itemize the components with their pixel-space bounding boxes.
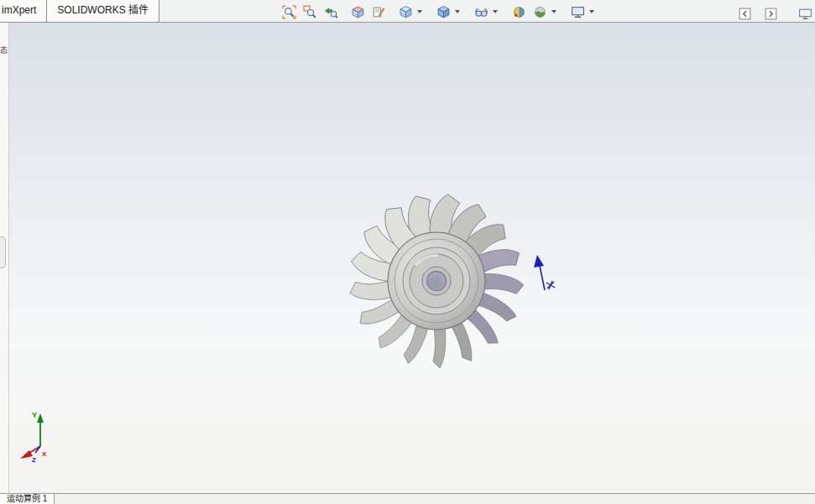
annotation-arrow [516,220,567,304]
tab-solidworks-addins[interactable]: SOLIDWORKS 插件 [46,0,159,23]
motion-study-tab[interactable]: 运动算例 1 [0,494,55,504]
status-bar: 运动算例 1 [0,493,815,504]
zoom-to-fit-icon[interactable] [280,3,298,21]
tab-simxpert[interactable]: imXpert [0,0,47,23]
hide-show-items-icon[interactable] [472,3,490,21]
section-view-icon[interactable] [348,3,367,21]
view-orientation-icon[interactable] [396,3,415,21]
top-toolbar: imXpert SOLIDWORKS 插件 [0,0,815,23]
triad-x-label: X [42,450,47,458]
left-panel-strip: 态 [0,23,9,493]
heads-up-view-toolbar [280,2,600,22]
command-manager-tabs: imXpert SOLIDWORKS 插件 [0,0,159,23]
previous-view-icon[interactable] [321,3,340,21]
pane-controls [735,4,787,23]
triad-z-label: Z [32,456,36,463]
collapse-pane-left-icon[interactable] [735,4,754,23]
collapse-pane-right-icon[interactable] [761,4,780,23]
graphics-viewport[interactable]: Y X Z [9,23,815,493]
solidworks-window: imXpert SOLIDWORKS 插件 [0,0,815,504]
apply-scene-icon[interactable] [530,3,549,21]
left-panel-vertical-label: 态 [0,46,9,54]
fullscreen-icon[interactable] [796,4,814,23]
reference-triad: Y X Z [12,403,65,463]
view-settings-dropdown-icon[interactable] [589,10,594,13]
panel-splitter-handle[interactable] [0,236,6,268]
apply-scene-dropdown-icon[interactable] [551,10,556,13]
triad-y-label: Y [32,411,37,419]
hide-show-items-dropdown-icon[interactable] [493,10,498,13]
zoom-to-area-icon[interactable] [300,3,319,21]
display-style-dropdown-icon[interactable] [455,10,460,13]
display-style-icon[interactable] [434,3,452,21]
annotation-views-icon[interactable] [369,3,388,21]
view-settings-icon[interactable] [568,3,587,21]
view-orientation-dropdown-icon[interactable] [417,10,422,13]
edit-appearance-icon[interactable] [509,3,528,21]
